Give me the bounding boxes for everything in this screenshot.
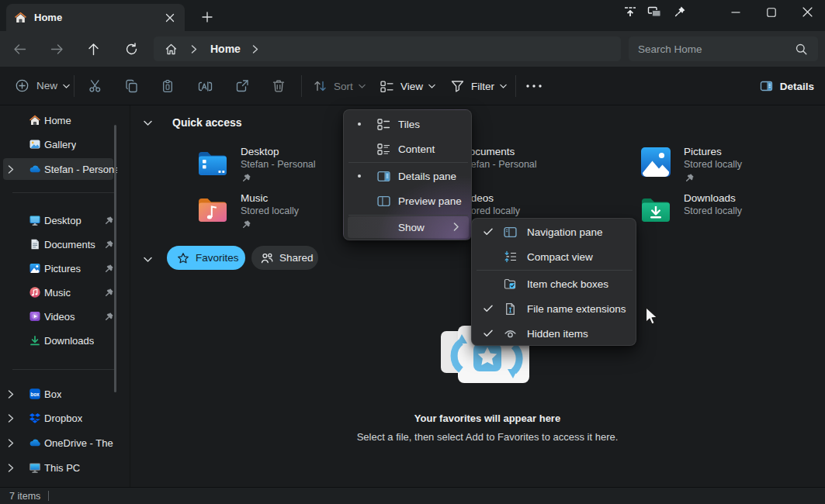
sort-button[interactable]: Sort — [307, 72, 372, 100]
sidebar-scrollbar[interactable] — [114, 125, 116, 392]
titlebar: Home — [0, 0, 825, 31]
collapse-to-top-icon[interactable] — [619, 2, 642, 21]
screen-windows-icon[interactable] — [643, 2, 666, 21]
more-options-button[interactable] — [520, 72, 548, 100]
breadcrumb-chevron-icon — [191, 45, 197, 54]
expand-chevron[interactable] — [5, 407, 16, 429]
close-window-button[interactable] — [789, 0, 825, 24]
tab-home[interactable]: Home — [6, 4, 185, 31]
sidebar-item-music[interactable]: Music — [3, 281, 113, 303]
forward-icon — [50, 43, 64, 55]
shared-pill-label: Shared — [279, 252, 314, 264]
shared-pill[interactable]: Shared — [251, 246, 318, 270]
favorites-empty-state: Your favorites will appear here Select a… — [130, 413, 825, 443]
tab-label: Home — [34, 12, 62, 23]
tile-pictures[interactable]: Pictures Stored locally — [639, 145, 825, 181]
expand-chevron[interactable] — [5, 158, 16, 180]
delete-button[interactable] — [265, 72, 293, 100]
rename-icon — [198, 80, 213, 93]
sidebar-item-videos[interactable]: Videos — [3, 306, 113, 327]
people-icon — [261, 252, 273, 264]
filter-button[interactable]: Filter — [445, 72, 513, 100]
search-icon[interactable] — [796, 43, 807, 55]
submenu-item-compact-view[interactable]: Compact view — [476, 246, 633, 268]
menu-item-tiles[interactable]: Tiles — [348, 113, 469, 135]
selected-bullet — [358, 123, 361, 126]
favorites-collapse-chevron[interactable] — [141, 253, 154, 265]
sidebar-item-label: OneDrive - The — [44, 437, 113, 449]
new-button[interactable]: New — [9, 72, 76, 100]
sidebar-item-documents[interactable]: Documents — [3, 233, 113, 255]
details-toggle-button[interactable]: Details — [760, 72, 814, 100]
menu-item-content[interactable]: Content — [348, 138, 469, 160]
menu-item-details-pane[interactable]: Details pane — [348, 165, 469, 187]
sidebar-item-label: Dropbox — [44, 413, 82, 424]
sidebar-item-dropbox[interactable]: Dropbox — [3, 407, 113, 429]
menu-item-show[interactable]: Show — [348, 216, 469, 238]
share-button[interactable] — [228, 72, 256, 100]
breadcrumb-chevron-icon[interactable] — [252, 45, 258, 54]
sidebar-item-downloads[interactable]: Downloads — [3, 330, 113, 351]
search-input[interactable] — [638, 43, 796, 55]
search-box[interactable] — [629, 36, 818, 61]
up-button[interactable] — [81, 36, 106, 61]
tiles-icon — [377, 118, 390, 131]
share-icon — [235, 79, 249, 93]
forward-button[interactable] — [44, 36, 70, 61]
sidebar-item-box[interactable]: Box — [3, 383, 113, 405]
chevron-down-icon — [500, 84, 507, 88]
expand-chevron[interactable] — [5, 457, 16, 478]
show-submenu: Navigation pane Compact view Item check … — [471, 218, 636, 346]
expand-chevron[interactable] — [5, 383, 16, 405]
refresh-icon — [125, 43, 138, 56]
paste-button[interactable] — [154, 72, 182, 100]
sidebar-item-label: Box — [44, 388, 61, 400]
menu-item-preview-pane[interactable]: Preview pane — [348, 190, 469, 212]
submenu-item-file-name-extensions[interactable]: File name extensions — [476, 298, 633, 319]
copy-button[interactable] — [118, 72, 146, 100]
tile-downloads[interactable]: Downloads Stored locally — [639, 192, 825, 227]
new-tab-button[interactable] — [196, 6, 219, 28]
breadcrumb-home[interactable]: Home — [210, 43, 241, 55]
ellipsis-icon — [526, 85, 542, 88]
cut-button[interactable] — [81, 72, 109, 100]
view-button[interactable]: View — [374, 72, 442, 100]
favorites-pill-label: Favorites — [196, 252, 239, 264]
up-icon — [88, 43, 99, 56]
pushpin-icon[interactable] — [668, 2, 692, 21]
close-icon — [802, 7, 813, 17]
submenu-item-navigation-pane[interactable]: Navigation pane — [476, 221, 633, 243]
submenu-item-hidden-items[interactable]: Hidden items — [476, 323, 633, 344]
sidebar-item-home[interactable]: Home — [3, 109, 113, 131]
gallery-icon — [29, 138, 41, 150]
tab-close-button[interactable] — [160, 9, 180, 26]
desktop-icon — [29, 214, 41, 226]
sidebar-item-onedrive[interactable]: OneDrive - The — [3, 432, 113, 454]
menu-item-label: Details pane — [398, 171, 456, 182]
breadcrumb-bar[interactable]: Home — [154, 36, 621, 61]
maximize-button[interactable] — [754, 0, 789, 24]
sidebar-item-pictures[interactable]: Pictures — [3, 257, 113, 279]
file-name-extensions-icon — [504, 302, 517, 316]
tile-detail: Stored locally — [684, 159, 742, 170]
sort-label: Sort — [334, 81, 353, 92]
box-icon — [29, 388, 41, 400]
sidebar-item-onedrive-personal[interactable]: Stefan - Persona — [3, 158, 113, 180]
details-label: Details — [780, 81, 814, 92]
back-button[interactable] — [7, 36, 33, 61]
favorites-pill[interactable]: Favorites — [167, 246, 245, 270]
quick-access-collapse-chevron[interactable] — [141, 116, 154, 129]
cut-icon — [88, 79, 102, 93]
quick-access-title[interactable]: Quick access — [172, 116, 242, 129]
sidebar-item-gallery[interactable]: Gallery — [3, 133, 113, 155]
rename-button[interactable] — [191, 72, 219, 100]
sidebar-item-thispc[interactable]: This PC — [3, 457, 113, 478]
refresh-button[interactable] — [119, 36, 144, 61]
sidebar-item-label: Music — [44, 287, 71, 299]
sidebar-item-label: Gallery — [44, 139, 76, 150]
sidebar-item-desktop[interactable]: Desktop — [3, 209, 113, 231]
tile-detail: Stored locally — [241, 205, 299, 216]
submenu-item-item-check-boxes[interactable]: Item check boxes — [476, 273, 633, 295]
minimize-button[interactable] — [718, 0, 754, 24]
expand-chevron[interactable] — [5, 432, 16, 454]
